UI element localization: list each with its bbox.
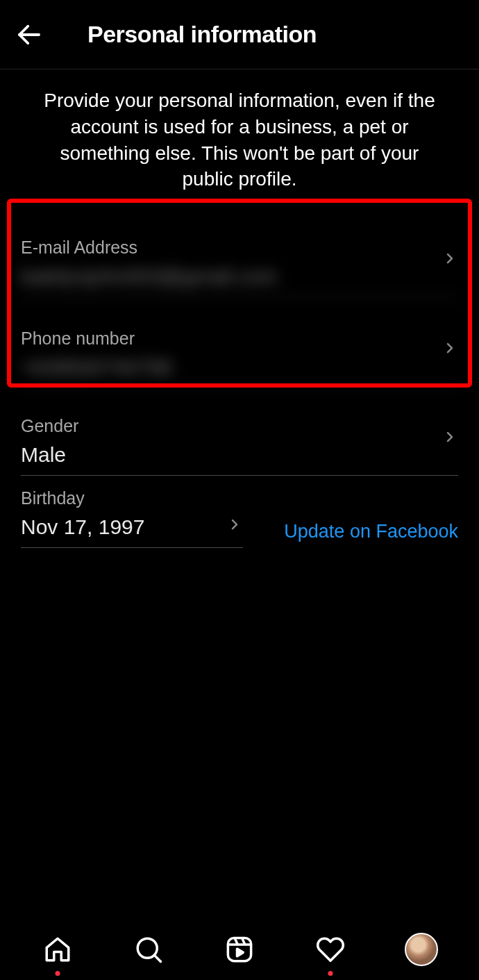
nav-activity[interactable] [312,931,348,967]
page-title: Personal information [87,21,317,48]
chevron-right-icon [226,516,243,535]
birthday-label: Birthday [21,488,243,508]
birthday-row: Birthday Nov 17, 1997 Update on Facebook [21,488,458,548]
birthday-value: Nov 17, 1997 [21,515,243,548]
gender-label: Gender [21,416,458,436]
fields-container: E-mail Address katelynjohn003@gmail.com … [0,217,479,548]
profile-avatar-icon [405,933,438,966]
phone-field-row[interactable]: Phone number +639500740798 [21,304,458,388]
chevron-right-icon [442,429,458,448]
phone-value: +639500740798 [21,356,458,388]
svg-line-2 [154,955,160,961]
nav-home[interactable] [40,931,76,967]
email-label: E-mail Address [21,238,458,258]
gender-field-row[interactable]: Gender Male [21,395,458,476]
birthday-field[interactable]: Birthday Nov 17, 1997 [21,488,243,548]
email-field-row[interactable]: E-mail Address katelynjohn003@gmail.com [21,217,458,297]
chevron-right-icon [442,340,458,359]
bottom-nav [0,919,479,980]
notification-dot [328,971,333,976]
nav-profile[interactable] [403,931,439,967]
nav-reels[interactable] [221,931,258,967]
update-facebook-link[interactable]: Update on Facebook [284,521,458,548]
search-icon [134,935,163,964]
email-value: katelynjohn003@gmail.com [21,265,458,297]
phone-label: Phone number [21,329,458,349]
notification-dot [56,971,60,976]
chevron-right-icon [442,250,458,269]
back-button[interactable] [14,19,44,50]
page-description: Provide your personal information, even … [0,69,479,217]
heart-icon [316,935,345,964]
back-arrow-icon [15,20,44,49]
reels-icon [225,935,254,964]
gender-value: Male [21,443,458,476]
nav-search[interactable] [131,931,167,967]
home-icon [43,935,72,964]
header: Personal information [0,0,479,69]
